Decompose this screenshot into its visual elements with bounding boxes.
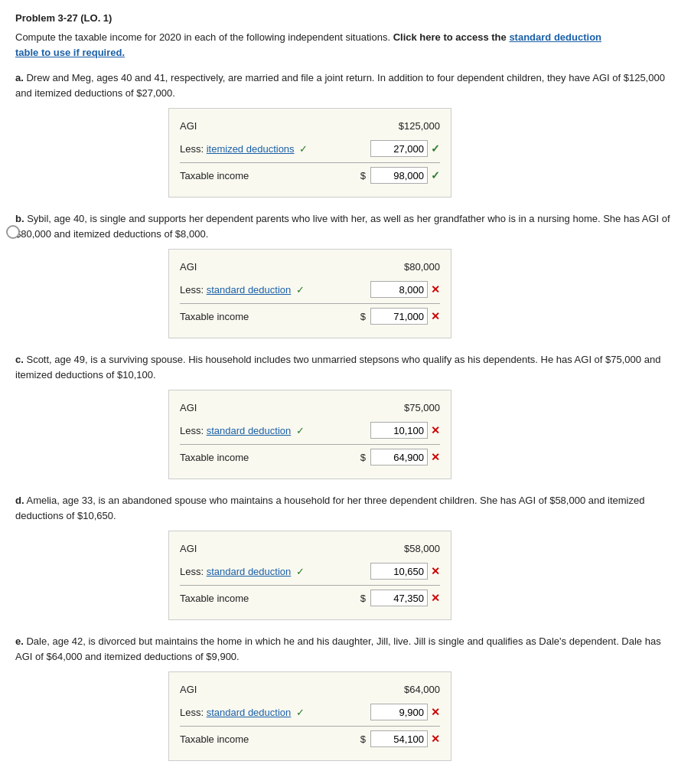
part-a-taxable-wrap: $ ✓ [360, 167, 440, 184]
part-e-divider [180, 726, 440, 727]
part-c-input[interactable] [370, 422, 428, 439]
part-c-section: c. Scott, age 49, is a surviving spouse.… [15, 352, 676, 479]
part-b-deduction-check: ✓ [293, 284, 305, 296]
part-c-deduction-check: ✓ [293, 425, 305, 436]
part-a-input-check-icon: ✓ [431, 142, 440, 155]
part-d-agi-label: AGI [180, 543, 379, 554]
part-e-dollar: $ [360, 733, 366, 745]
standard-deduction-link[interactable]: standard deduction [509, 31, 601, 43]
part-c-taxable-input[interactable] [370, 449, 428, 466]
part-c-agi-label: AGI [180, 402, 379, 413]
part-c-agi-row: AGI $75,000 [180, 398, 440, 416]
intro-body: Compute the taxable income for 2020 in e… [15, 31, 390, 43]
part-a-divider [180, 162, 440, 163]
click-bold: Click here to access the standard deduct… [393, 31, 601, 43]
part-b-body: Sybil, age 40, is single and supports he… [15, 213, 670, 240]
part-b-agi-label: AGI [180, 261, 379, 273]
part-b-deduction-row: Less: standard deduction ✓ ✕ [180, 280, 440, 299]
main-container: Problem 3-27 (LO. 1) Compute the taxable… [0, 0, 691, 784]
part-b-input[interactable] [370, 281, 428, 298]
part-c-input-wrap: ✕ [370, 422, 440, 439]
part-e-deduction-link[interactable]: standard deduction [207, 707, 292, 718]
part-a-taxable-check-icon: ✓ [431, 169, 440, 181]
part-e-label: e. [15, 635, 24, 647]
part-a-deduction-link[interactable]: itemized deductions [207, 143, 295, 155]
part-e-deduction-check: ✓ [293, 707, 305, 718]
part-d-body: Amelia, age 33, is an abandoned spouse w… [15, 495, 644, 521]
part-c-label: c. [15, 354, 24, 365]
part-d-taxable-wrap: $ ✕ [360, 590, 440, 606]
part-c-agi-value: $75,000 [379, 402, 440, 413]
part-b-taxable-label: Taxable income [180, 311, 360, 322]
less-label: Less: [180, 143, 207, 155]
less-label-e: Less: [180, 707, 207, 718]
part-a-deduction-label: Less: itemized deductions ✓ [180, 143, 370, 155]
part-d-input-wrap: ✕ [370, 563, 440, 580]
part-a-section: a. Drew and Meg, ages 40 and 41, respect… [15, 70, 676, 198]
part-e-taxable-row: Taxable income $ ✕ [180, 730, 440, 748]
part-a-taxable-label: Taxable income [180, 170, 360, 181]
part-d-input[interactable] [370, 563, 428, 580]
part-a-text: a. Drew and Meg, ages 40 and 41, respect… [15, 70, 676, 100]
part-b-taxable-x-icon: ✕ [431, 310, 440, 322]
part-a-body: Drew and Meg, ages 40 and 41, respective… [15, 72, 665, 99]
part-d-taxable-label: Taxable income [180, 593, 360, 604]
part-b-input-x-icon: ✕ [431, 283, 440, 296]
part-a-agi-value: $125,000 [379, 120, 440, 132]
part-d-agi-row: AGI $58,000 [180, 539, 440, 557]
part-c-taxable-wrap: $ ✕ [360, 449, 440, 466]
part-a-input[interactable] [370, 140, 428, 157]
part-d-input-x-icon: ✕ [431, 565, 440, 577]
part-a-dollar: $ [360, 170, 366, 181]
part-c-divider [180, 444, 440, 445]
part-b-section: b. Sybil, age 40, is single and supports… [15, 211, 676, 338]
part-e-text: e. Dale, age 42, is divorced but maintai… [15, 634, 676, 664]
part-e-deduction-row: Less: standard deduction ✓ ✕ [180, 703, 440, 721]
intro-text: Compute the taxable income for 2020 in e… [15, 30, 676, 60]
part-b-dollar: $ [360, 311, 366, 322]
part-c-deduction-link[interactable]: standard deduction [207, 425, 292, 436]
part-d-deduction-row: Less: standard deduction ✓ ✕ [180, 562, 440, 580]
part-d-section: d. Amelia, age 33, is an abandoned spous… [15, 493, 676, 620]
part-c-dollar: $ [360, 452, 366, 463]
part-e-input[interactable] [370, 704, 428, 720]
less-label-b: Less: [180, 284, 207, 296]
part-d-label: d. [15, 495, 24, 506]
part-d-text: d. Amelia, age 33, is an abandoned spous… [15, 493, 676, 523]
part-b-deduction-link[interactable]: standard deduction [207, 284, 292, 296]
part-b-deduction-label: Less: standard deduction ✓ [180, 284, 370, 296]
part-e-taxable-input[interactable] [370, 730, 428, 747]
part-d-deduction-label: Less: standard deduction ✓ [180, 566, 370, 577]
part-e-table: AGI $64,000 Less: standard deduction ✓ ✕… [168, 671, 451, 761]
part-e-section: e. Dale, age 42, is divorced but maintai… [15, 634, 676, 761]
part-d-taxable-x-icon: ✕ [431, 592, 440, 604]
part-b-taxable-input[interactable] [370, 308, 428, 325]
table-link[interactable]: table to use if required. [15, 47, 125, 58]
part-a-taxable-input[interactable] [370, 167, 428, 184]
part-a-input-wrap: ✓ [370, 140, 440, 157]
part-e-taxable-wrap: $ ✕ [360, 730, 440, 747]
part-e-agi-label: AGI [180, 684, 379, 695]
part-b-circle [6, 225, 20, 239]
part-b-taxable-row: Taxable income $ ✕ [180, 307, 440, 325]
part-c-deduction-label: Less: standard deduction ✓ [180, 425, 370, 436]
part-c-input-x-icon: ✕ [431, 424, 440, 436]
part-a-deduction-check: ✓ [297, 143, 308, 155]
part-c-taxable-row: Taxable income $ ✕ [180, 448, 440, 466]
part-b-divider [180, 303, 440, 304]
part-d-taxable-input[interactable] [370, 590, 428, 606]
part-d-agi-value: $58,000 [379, 543, 440, 554]
part-b-label: b. [15, 213, 24, 224]
part-e-taxable-label: Taxable income [180, 733, 360, 745]
part-c-body: Scott, age 49, is a surviving spouse. Hi… [15, 354, 660, 381]
part-a-label: a. [15, 72, 24, 83]
problem-title: Problem 3-27 (LO. 1) [15, 12, 676, 24]
part-d-deduction-check: ✓ [293, 566, 305, 577]
part-e-input-wrap: ✕ [370, 704, 440, 720]
part-c-deduction-row: Less: standard deduction ✓ ✕ [180, 421, 440, 439]
part-c-text: c. Scott, age 49, is a surviving spouse.… [15, 352, 676, 382]
part-d-dollar: $ [360, 593, 366, 604]
part-b-input-wrap: ✕ [370, 281, 440, 298]
part-e-deduction-label: Less: standard deduction ✓ [180, 707, 370, 718]
part-d-deduction-link[interactable]: standard deduction [207, 566, 292, 577]
